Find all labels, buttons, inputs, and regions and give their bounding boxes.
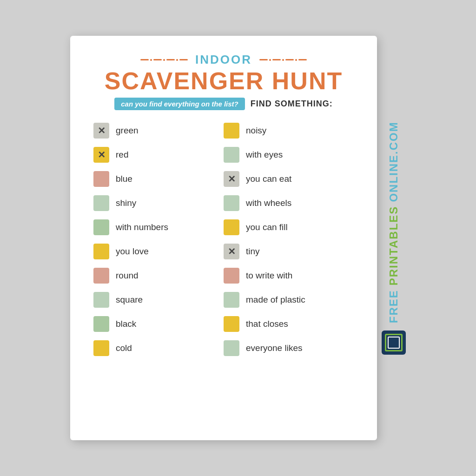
checkbox[interactable] — [224, 244, 239, 259]
item-label: green — [116, 126, 139, 136]
right-column: noisywith eyesyou can eatwith wheelsyou … — [224, 119, 354, 360]
checkbox[interactable] — [224, 147, 239, 163]
list-item: made of plastic — [224, 288, 354, 312]
checkbox[interactable] — [93, 123, 109, 139]
checkbox[interactable] — [224, 195, 239, 211]
list-item: cold — [93, 336, 224, 360]
checkbox[interactable] — [224, 316, 239, 332]
item-label: you can eat — [246, 174, 291, 184]
dash — [259, 59, 268, 60]
item-label: tiny — [246, 246, 260, 257]
dash-dot — [269, 59, 271, 61]
list-item: everyone likes — [224, 336, 354, 360]
item-label: cold — [116, 343, 132, 353]
item-label: noisy — [246, 126, 266, 136]
checkbox[interactable] — [224, 340, 239, 356]
items-grid: greenredblueshinywith numbersyou loverou… — [93, 119, 354, 360]
dash — [179, 59, 188, 60]
item-label: red — [116, 150, 128, 160]
dash — [166, 59, 175, 60]
checkbox[interactable] — [224, 292, 239, 308]
item-label: black — [116, 319, 136, 329]
indoor-label: INDOOR — [190, 53, 258, 67]
list-item: round — [93, 264, 224, 288]
item-label: square — [116, 295, 143, 305]
page-wrapper: INDOOR SCAVENGER HUNT can you find every… — [70, 36, 406, 440]
left-column: greenredblueshinywith numbersyou loverou… — [93, 119, 224, 360]
item-label: with wheels — [246, 198, 291, 208]
dash — [153, 59, 162, 60]
item-label: with numbers — [116, 222, 168, 232]
list-item: to write with — [224, 264, 354, 288]
item-label: with eyes — [246, 150, 283, 160]
dash-dot — [150, 59, 152, 61]
main-title: SCAVENGER HUNT — [93, 69, 354, 93]
item-label: you can fill — [246, 222, 288, 232]
item-label: to write with — [246, 271, 292, 281]
checkbox[interactable] — [93, 292, 109, 308]
list-item: square — [93, 288, 224, 312]
checkbox[interactable] — [93, 244, 109, 259]
item-label: blue — [116, 174, 132, 184]
find-something-label: FIND SOMETHING: — [251, 99, 333, 109]
checkbox[interactable] — [93, 219, 109, 235]
dash-dot — [176, 59, 178, 61]
checkbox[interactable] — [93, 316, 109, 332]
list-item: blue — [93, 167, 224, 191]
dash — [272, 59, 281, 60]
dash — [298, 59, 307, 60]
item-label: round — [116, 271, 139, 281]
checkbox[interactable] — [93, 147, 109, 163]
logo-box — [382, 331, 406, 355]
dash-dot — [295, 59, 297, 61]
checkbox[interactable] — [93, 195, 109, 211]
header: INDOOR SCAVENGER HUNT can you find every… — [93, 53, 354, 110]
list-item: tiny — [224, 239, 354, 264]
item-label: shiny — [116, 198, 136, 208]
item-label: that closes — [246, 319, 288, 329]
printables-label: PRINTABLES — [387, 206, 400, 286]
checkbox[interactable] — [93, 171, 109, 187]
dashes-line: INDOOR — [93, 53, 354, 67]
sidebar: FREE PRINTABLES ONLINE.COM — [382, 36, 406, 440]
dash-segment-right — [259, 59, 307, 61]
card: INDOOR SCAVENGER HUNT can you find every… — [70, 36, 377, 440]
list-item: black — [93, 312, 224, 336]
logo-inner — [385, 334, 403, 351]
subtitle-row: can you find everything on the list? FIN… — [93, 98, 354, 110]
list-item: red — [93, 143, 224, 167]
item-label: made of plastic — [246, 295, 305, 305]
online-label: ONLINE.COM — [387, 121, 400, 206]
list-item: shiny — [93, 191, 224, 215]
dash — [285, 59, 294, 60]
list-item: with eyes — [224, 143, 354, 167]
dash-segment-left — [140, 59, 188, 61]
checkbox[interactable] — [224, 219, 239, 235]
list-item: you can eat — [224, 167, 354, 191]
list-item: noisy — [224, 119, 354, 143]
checkbox[interactable] — [224, 268, 239, 284]
dash — [140, 59, 149, 60]
list-item: green — [93, 119, 224, 143]
dash-dot — [282, 59, 284, 61]
checkbox[interactable] — [93, 340, 109, 356]
list-item: with wheels — [224, 191, 354, 215]
dash-dot — [163, 59, 165, 61]
subtitle-badge: can you find everything on the list? — [114, 98, 245, 110]
checkbox[interactable] — [93, 268, 109, 284]
list-item: you can fill — [224, 215, 354, 239]
checkbox[interactable] — [224, 171, 239, 187]
list-item: you love — [93, 239, 224, 264]
list-item: that closes — [224, 312, 354, 336]
item-label: you love — [116, 246, 149, 257]
free-label: FREE — [387, 285, 400, 323]
checkbox[interactable] — [224, 123, 239, 139]
list-item: with numbers — [93, 215, 224, 239]
item-label: everyone likes — [246, 343, 302, 353]
